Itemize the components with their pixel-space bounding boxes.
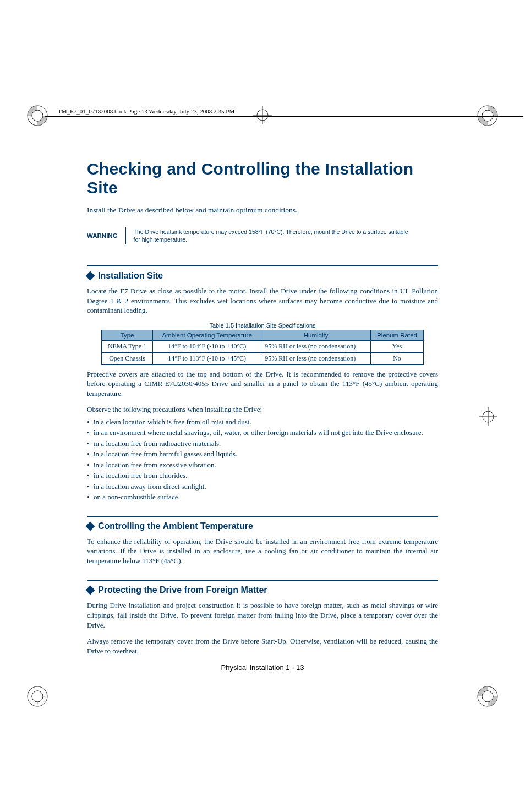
list-item: on a non-combustible surface. [87, 492, 438, 503]
table-cell: 95% RH or less (no condensation) [261, 340, 371, 352]
page-content: Checking and Controlling the Installatio… [87, 160, 438, 672]
table-cell: Open Chassis [102, 352, 153, 364]
section-heading-text: Controlling the Ambient Temperature [98, 521, 253, 531]
header-rule [45, 116, 523, 117]
list-item: in a location free from harmful gasses a… [87, 449, 438, 460]
section-rule [87, 580, 438, 581]
table-cell: No [371, 352, 424, 364]
list-item: in a location away from direct sunlight. [87, 481, 438, 492]
registration-mark-bottom-right [477, 685, 499, 707]
section-heading-ambient: Controlling the Ambient Temperature [87, 521, 438, 531]
registration-mark-bottom-left [26, 685, 48, 707]
section-rule [87, 516, 438, 517]
diamond-icon [86, 271, 95, 281]
intro-text: Install the Drive as described below and… [87, 206, 438, 215]
body-paragraph: Observe the following precautions when i… [87, 405, 438, 415]
table-header-cell: Type [102, 330, 153, 340]
page-title: Checking and Controlling the Installatio… [87, 160, 438, 197]
diamond-icon [86, 521, 95, 531]
body-paragraph: During Drive installation and project co… [87, 601, 438, 630]
list-item: in a location free from chlorides. [87, 470, 438, 481]
table-cell: NEMA Type 1 [102, 340, 153, 352]
section-heading-protect: Protecting the Drive from Foreign Matter [87, 585, 438, 595]
crosshair-top [253, 106, 272, 124]
registration-mark-top-right [477, 105, 499, 127]
section-rule [87, 265, 438, 266]
warning-label: WARNING [87, 232, 118, 239]
warning-text: The Drive heatsink temperature may excee… [134, 228, 414, 243]
body-paragraph: Always remove the temporary cover from t… [87, 636, 438, 656]
spec-table: Type Ambient Operating Temperature Humid… [101, 330, 424, 365]
table-header-cell: Ambient Operating Temperature [153, 330, 261, 340]
table-row: NEMA Type 1 14°F to 104°F (-10 to +40°C)… [102, 340, 424, 352]
body-paragraph: Protective covers are attached to the to… [87, 369, 438, 399]
table-header-row: Type Ambient Operating Temperature Humid… [102, 330, 424, 340]
section-heading-text: Protecting the Drive from Foreign Matter [98, 585, 267, 595]
book-info: TM_E7_01_07182008.book Page 13 Wednesday… [58, 108, 234, 115]
table-caption: Table 1.5 Installation Site Specificatio… [101, 322, 424, 329]
table-row: Open Chassis 14°F to 113°F (-10 to +45°C… [102, 352, 424, 364]
table-cell: 14°F to 104°F (-10 to +40°C) [153, 340, 261, 352]
table-header-cell: Humidity [261, 330, 371, 340]
page-footer: Physical Installation 1 - 13 [87, 663, 438, 672]
crosshair-right [479, 407, 497, 426]
warning-divider [125, 227, 126, 244]
section-heading-installation: Installation Site [87, 271, 438, 281]
precautions-list: in a clean location which is free from o… [87, 417, 438, 503]
body-paragraph: To enhance the reliability of operation,… [87, 537, 438, 566]
section-heading-text: Installation Site [98, 271, 163, 281]
table-cell: Yes [371, 340, 424, 352]
list-item: in a location free from excessive vibrat… [87, 460, 438, 471]
list-item: in a location free from radioactive mate… [87, 438, 438, 449]
table-header-cell: Plenum Rated [371, 330, 424, 340]
warning-block: WARNING The Drive heatsink temperature m… [87, 227, 438, 244]
table-cell: 95% RH or less (no condensation) [261, 352, 371, 364]
body-paragraph: Locate the E7 Drive as close as possible… [87, 286, 438, 315]
list-item: in an environment where metal shavings, … [87, 427, 438, 438]
diamond-icon [86, 586, 95, 595]
list-item: in a clean location which is free from o… [87, 417, 438, 428]
spec-table-wrap: Table 1.5 Installation Site Specificatio… [101, 322, 424, 365]
registration-mark-top-left [26, 105, 48, 127]
table-cell: 14°F to 113°F (-10 to +45°C) [153, 352, 261, 364]
